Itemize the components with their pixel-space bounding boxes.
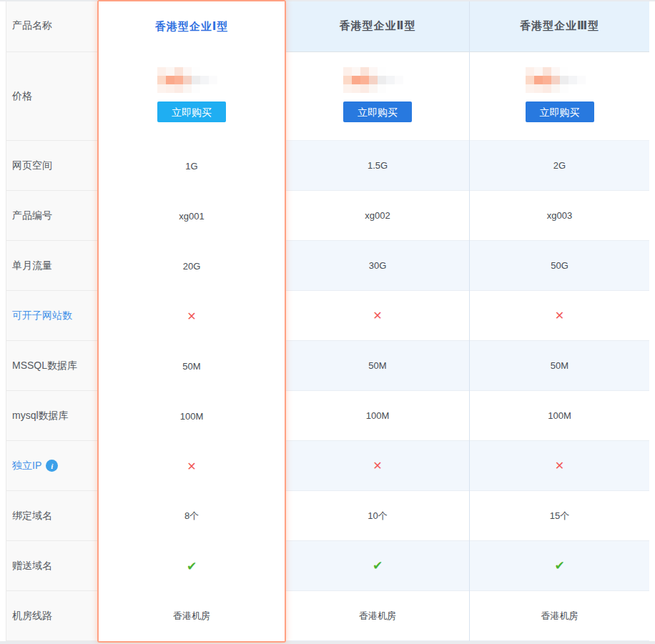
- feature-labels-column: 产品名称 价格 网页空间产品编号单月流量可开子网站数MSSQL数据库mysql数…: [6, 0, 98, 641]
- cross-icon: ✕: [373, 309, 382, 322]
- feature-label: 机房线路: [12, 610, 52, 623]
- price-cell: 立即购买: [470, 52, 649, 141]
- feature-value-cell: 50M: [286, 341, 469, 391]
- feature-value: 2G: [553, 160, 566, 171]
- feature-label-cell: 赠送域名: [6, 541, 98, 591]
- product-name-header: 香港型企业Ⅰ型: [99, 1, 285, 52]
- buy-now-button[interactable]: 立即购买: [157, 101, 226, 122]
- cross-icon: ✕: [555, 459, 564, 472]
- feature-label-cell: 可开子网站数: [6, 291, 98, 341]
- censored-price: [157, 67, 226, 93]
- feature-value-cell: ✕: [286, 441, 469, 491]
- feature-label-cell: 独立IPi: [6, 441, 98, 491]
- feature-value-cell: 15个: [470, 491, 649, 541]
- feature-value-cell: 20G: [99, 241, 285, 291]
- product-column-2: 香港型企业Ⅱ型立即购买1.5Gxg00230G✕50M100M✕10个✔香港机房: [286, 0, 469, 641]
- feature-value-cell: 香港机房: [470, 591, 649, 641]
- feature-value-cell: ✕: [99, 441, 285, 491]
- feature-label-cell: 产品编号: [6, 191, 98, 241]
- feature-label: MSSQL数据库: [12, 360, 77, 372]
- feature-value: xg003: [547, 210, 572, 221]
- price-cell: 立即购买: [286, 52, 469, 141]
- product-column-3: 香港型企业Ⅲ型立即购买2Gxg00350G✕50M100M✕15个✔香港机房: [469, 0, 649, 641]
- corner-label-text: 产品名称: [12, 19, 52, 32]
- feature-value-cell: xg003: [470, 191, 649, 241]
- feature-label[interactable]: 独立IP: [12, 460, 41, 472]
- feature-value-cell: 50M: [470, 341, 649, 391]
- feature-label-cell: mysql数据库: [6, 391, 98, 441]
- feature-value-cell: 香港机房: [286, 591, 469, 641]
- product-name-header: 香港型企业Ⅱ型: [286, 0, 469, 52]
- feature-value: 香港机房: [541, 610, 578, 623]
- feature-value: 香港机房: [173, 610, 210, 623]
- feature-value: 15个: [550, 510, 569, 522]
- feature-value: 50M: [182, 361, 200, 372]
- feature-label[interactable]: 可开子网站数: [12, 309, 72, 322]
- feature-value: 100M: [180, 411, 204, 422]
- feature-label-cell: 单月流量: [6, 241, 98, 291]
- feature-value: 100M: [366, 410, 390, 421]
- info-icon[interactable]: i: [46, 460, 58, 472]
- feature-value-cell: 1.5G: [286, 141, 469, 191]
- feature-label-cell: MSSQL数据库: [6, 341, 98, 391]
- feature-label: 赠送域名: [12, 560, 52, 573]
- product-name: 香港型企业Ⅲ型: [520, 19, 599, 33]
- feature-value-cell: ✔: [99, 541, 285, 591]
- feature-value-cell: 100M: [99, 391, 285, 441]
- feature-value: 100M: [548, 410, 571, 421]
- feature-value-cell: 50M: [99, 341, 285, 391]
- feature-value-cell: 10个: [286, 491, 469, 541]
- feature-value-cell: xg001: [99, 191, 285, 241]
- price-cell: 立即购买: [99, 52, 285, 141]
- feature-value: xg001: [179, 211, 204, 222]
- feature-value-cell: ✔: [470, 541, 649, 591]
- feature-value: 10个: [368, 510, 387, 522]
- feature-value-cell: ✕: [470, 291, 649, 341]
- feature-label: 单月流量: [12, 259, 52, 272]
- buy-now-button[interactable]: 立即购买: [343, 101, 412, 122]
- feature-value-cell: xg002: [286, 191, 469, 241]
- highlighted-product-card: 香港型企业Ⅰ型立即购买1Gxg00120G✕50M100M✕8个✔香港机房: [97, 0, 286, 643]
- censored-price: [343, 67, 412, 93]
- feature-value-cell: 100M: [286, 391, 469, 441]
- feature-label-cell: 网页空间: [6, 141, 98, 191]
- hosting-plans-comparison-table: 产品名称 价格 网页空间产品编号单月流量可开子网站数MSSQL数据库mysql数…: [0, 0, 655, 644]
- feature-label: mysql数据库: [12, 410, 69, 422]
- feature-value: 50M: [551, 360, 568, 371]
- corner-label-product-name: 产品名称: [6, 0, 98, 52]
- feature-label-cell: 机房线路: [6, 591, 98, 641]
- cross-icon: ✕: [187, 460, 196, 473]
- check-icon: ✔: [373, 558, 383, 573]
- feature-value-cell: 50G: [470, 241, 649, 291]
- feature-value: 1.5G: [368, 160, 388, 171]
- buy-now-button[interactable]: 立即购买: [526, 101, 594, 122]
- feature-label: 网页空间: [12, 159, 52, 172]
- feature-value-cell: ✕: [99, 291, 285, 341]
- product-name: 香港型企业Ⅰ型: [155, 20, 229, 34]
- product-name: 香港型企业Ⅱ型: [340, 19, 416, 33]
- check-icon: ✔: [554, 558, 564, 573]
- feature-value: 30G: [369, 260, 387, 271]
- feature-value-cell: 100M: [470, 391, 649, 441]
- feature-value-cell: ✕: [470, 441, 649, 491]
- feature-value: 50G: [551, 260, 568, 271]
- feature-value: xg002: [365, 210, 390, 221]
- censored-price: [526, 67, 594, 93]
- feature-value-cell: ✔: [286, 541, 469, 591]
- feature-label-cell: 绑定域名: [6, 491, 98, 541]
- feature-value-cell: 30G: [286, 241, 469, 291]
- feature-value: 8个: [184, 510, 199, 522]
- feature-value: 1G: [185, 161, 197, 172]
- feature-value-cell: 1G: [99, 141, 285, 191]
- cross-icon: ✕: [187, 309, 196, 323]
- price-row-label: 价格: [6, 52, 98, 141]
- feature-value-cell: 2G: [470, 141, 649, 191]
- check-icon: ✔: [187, 559, 197, 574]
- feature-value: 香港机房: [359, 610, 396, 623]
- feature-value-cell: 8个: [99, 491, 285, 541]
- cross-icon: ✕: [373, 459, 382, 472]
- feature-value: 50M: [368, 360, 386, 371]
- cross-icon: ✕: [555, 309, 564, 322]
- feature-value-cell: ✕: [286, 291, 469, 341]
- feature-value: 20G: [183, 261, 201, 272]
